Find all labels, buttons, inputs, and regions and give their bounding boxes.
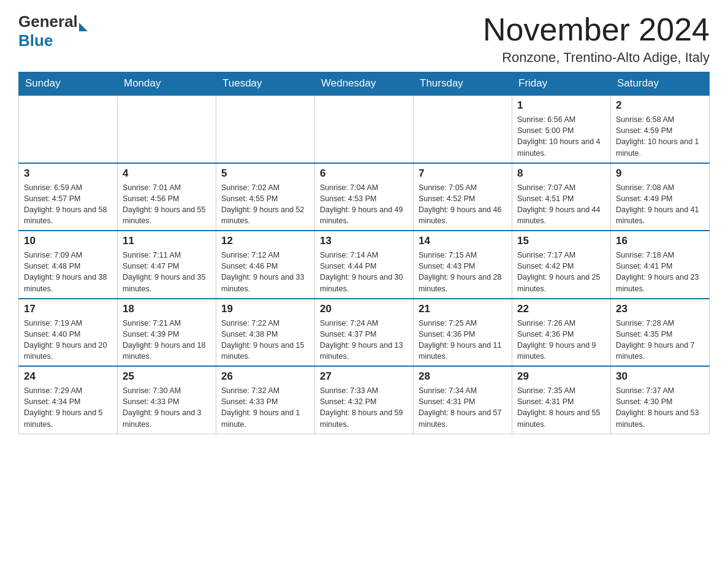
calendar-cell [315, 95, 414, 163]
day-number: 2 [616, 99, 704, 112]
day-number: 28 [419, 370, 507, 383]
day-info: Sunrise: 7:32 AMSunset: 4:33 PMDaylight:… [221, 385, 309, 430]
calendar-cell: 18Sunrise: 7:21 AMSunset: 4:39 PMDayligh… [118, 299, 216, 367]
day-info: Sunrise: 7:17 AMSunset: 4:42 PMDaylight:… [517, 250, 605, 294]
day-number: 25 [123, 370, 211, 383]
calendar-week-row: 1Sunrise: 6:56 AMSunset: 5:00 PMDaylight… [19, 95, 710, 163]
day-info: Sunrise: 7:07 AMSunset: 4:51 PMDaylight:… [517, 182, 605, 227]
calendar-cell: 16Sunrise: 7:18 AMSunset: 4:41 PMDayligh… [611, 231, 710, 299]
calendar-cell: 19Sunrise: 7:22 AMSunset: 4:38 PMDayligh… [216, 299, 315, 367]
location-title: Ronzone, Trentino-Alto Adige, Italy [483, 50, 710, 66]
header-thursday: Thursday [414, 72, 512, 96]
day-info: Sunrise: 7:25 AMSunset: 4:36 PMDaylight:… [419, 318, 507, 362]
calendar-cell [414, 95, 512, 163]
month-title: November 2024 [483, 12, 710, 47]
page-header: General Blue November 2024 Ronzone, Tren… [18, 12, 710, 66]
calendar-cell: 8Sunrise: 7:07 AMSunset: 4:51 PMDaylight… [512, 163, 611, 231]
day-info: Sunrise: 7:22 AMSunset: 4:38 PMDaylight:… [221, 318, 309, 362]
header-saturday: Saturday [611, 72, 710, 96]
logo-container: General Blue [18, 12, 88, 50]
header-wednesday: Wednesday [315, 72, 414, 96]
day-info: Sunrise: 6:58 AMSunset: 4:59 PMDaylight:… [616, 114, 704, 159]
day-number: 4 [123, 167, 211, 180]
day-number: 26 [221, 370, 309, 383]
calendar-cell: 30Sunrise: 7:37 AMSunset: 4:30 PMDayligh… [611, 366, 710, 434]
calendar-cell: 14Sunrise: 7:15 AMSunset: 4:43 PMDayligh… [414, 231, 512, 299]
header-monday: Monday [118, 72, 216, 96]
day-number: 17 [24, 303, 112, 315]
day-info: Sunrise: 7:35 AMSunset: 4:31 PMDaylight:… [517, 385, 605, 430]
day-number: 18 [123, 303, 211, 315]
day-number: 12 [221, 235, 309, 247]
day-info: Sunrise: 7:30 AMSunset: 4:33 PMDaylight:… [123, 385, 211, 430]
day-info: Sunrise: 7:14 AMSunset: 4:44 PMDaylight:… [320, 250, 408, 294]
calendar-week-row: 10Sunrise: 7:09 AMSunset: 4:48 PMDayligh… [19, 231, 710, 299]
calendar-week-row: 24Sunrise: 7:29 AMSunset: 4:34 PMDayligh… [19, 366, 710, 434]
calendar-week-row: 3Sunrise: 6:59 AMSunset: 4:57 PMDaylight… [19, 163, 710, 231]
day-info: Sunrise: 7:18 AMSunset: 4:41 PMDaylight:… [616, 250, 704, 294]
day-number: 3 [24, 167, 112, 180]
calendar-cell: 28Sunrise: 7:34 AMSunset: 4:31 PMDayligh… [414, 366, 512, 434]
day-number: 21 [419, 303, 507, 315]
calendar-cell: 3Sunrise: 6:59 AMSunset: 4:57 PMDaylight… [19, 163, 118, 231]
day-number: 27 [320, 370, 408, 383]
calendar-cell: 25Sunrise: 7:30 AMSunset: 4:33 PMDayligh… [118, 366, 216, 434]
day-number: 20 [320, 303, 408, 315]
calendar-cell: 23Sunrise: 7:28 AMSunset: 4:35 PMDayligh… [611, 299, 710, 367]
calendar-cell: 5Sunrise: 7:02 AMSunset: 4:55 PMDaylight… [216, 163, 315, 231]
day-info: Sunrise: 7:26 AMSunset: 4:36 PMDaylight:… [517, 318, 605, 362]
calendar-cell: 1Sunrise: 6:56 AMSunset: 5:00 PMDaylight… [512, 95, 611, 163]
calendar-header-row: Sunday Monday Tuesday Wednesday Thursday… [19, 72, 710, 96]
day-info: Sunrise: 7:28 AMSunset: 4:35 PMDaylight:… [616, 318, 704, 362]
day-number: 29 [517, 370, 605, 383]
day-info: Sunrise: 7:15 AMSunset: 4:43 PMDaylight:… [419, 250, 507, 294]
day-info: Sunrise: 7:29 AMSunset: 4:34 PMDaylight:… [24, 385, 112, 430]
day-info: Sunrise: 7:08 AMSunset: 4:49 PMDaylight:… [616, 182, 704, 227]
day-info: Sunrise: 7:05 AMSunset: 4:52 PMDaylight:… [419, 182, 507, 227]
day-info: Sunrise: 6:59 AMSunset: 4:57 PMDaylight:… [24, 182, 112, 227]
day-info: Sunrise: 7:04 AMSunset: 4:53 PMDaylight:… [320, 182, 408, 227]
calendar-cell: 12Sunrise: 7:12 AMSunset: 4:46 PMDayligh… [216, 231, 315, 299]
day-info: Sunrise: 7:02 AMSunset: 4:55 PMDaylight:… [221, 182, 309, 227]
day-number: 5 [221, 167, 309, 180]
day-number: 11 [123, 235, 211, 247]
day-number: 22 [517, 303, 605, 315]
day-info: Sunrise: 7:33 AMSunset: 4:32 PMDaylight:… [320, 385, 408, 430]
day-info: Sunrise: 7:21 AMSunset: 4:39 PMDaylight:… [123, 318, 211, 362]
calendar-cell [216, 95, 315, 163]
day-info: Sunrise: 7:11 AMSunset: 4:47 PMDaylight:… [123, 250, 211, 294]
day-number: 14 [419, 235, 507, 247]
calendar-cell: 9Sunrise: 7:08 AMSunset: 4:49 PMDaylight… [611, 163, 710, 231]
calendar-cell [118, 95, 216, 163]
calendar-cell: 15Sunrise: 7:17 AMSunset: 4:42 PMDayligh… [512, 231, 611, 299]
day-number: 13 [320, 235, 408, 247]
calendar-cell: 4Sunrise: 7:01 AMSunset: 4:56 PMDaylight… [118, 163, 216, 231]
day-number: 9 [616, 167, 704, 180]
day-info: Sunrise: 7:09 AMSunset: 4:48 PMDaylight:… [24, 250, 112, 294]
day-number: 16 [616, 235, 704, 247]
day-number: 15 [517, 235, 605, 247]
logo-top: General [18, 12, 88, 31]
calendar-cell: 17Sunrise: 7:19 AMSunset: 4:40 PMDayligh… [19, 299, 118, 367]
calendar-cell: 10Sunrise: 7:09 AMSunset: 4:48 PMDayligh… [19, 231, 118, 299]
calendar-cell: 2Sunrise: 6:58 AMSunset: 4:59 PMDaylight… [611, 95, 710, 163]
calendar-cell: 7Sunrise: 7:05 AMSunset: 4:52 PMDaylight… [414, 163, 512, 231]
day-info: Sunrise: 7:12 AMSunset: 4:46 PMDaylight:… [221, 250, 309, 294]
calendar-week-row: 17Sunrise: 7:19 AMSunset: 4:40 PMDayligh… [19, 299, 710, 367]
day-info: Sunrise: 6:56 AMSunset: 5:00 PMDaylight:… [517, 114, 605, 159]
day-info: Sunrise: 7:24 AMSunset: 4:37 PMDaylight:… [320, 318, 408, 362]
day-info: Sunrise: 7:37 AMSunset: 4:30 PMDaylight:… [616, 385, 704, 430]
day-number: 10 [24, 235, 112, 247]
calendar-cell: 24Sunrise: 7:29 AMSunset: 4:34 PMDayligh… [19, 366, 118, 434]
header-tuesday: Tuesday [216, 72, 315, 96]
calendar-cell: 13Sunrise: 7:14 AMSunset: 4:44 PMDayligh… [315, 231, 414, 299]
calendar-cell: 26Sunrise: 7:32 AMSunset: 4:33 PMDayligh… [216, 366, 315, 434]
header-sunday: Sunday [19, 72, 118, 96]
day-number: 19 [221, 303, 309, 315]
day-number: 1 [517, 99, 605, 112]
logo: General Blue [18, 12, 88, 50]
header-friday: Friday [512, 72, 611, 96]
day-number: 8 [517, 167, 605, 180]
logo-arrow-icon [79, 23, 88, 31]
calendar-cell [19, 95, 118, 163]
